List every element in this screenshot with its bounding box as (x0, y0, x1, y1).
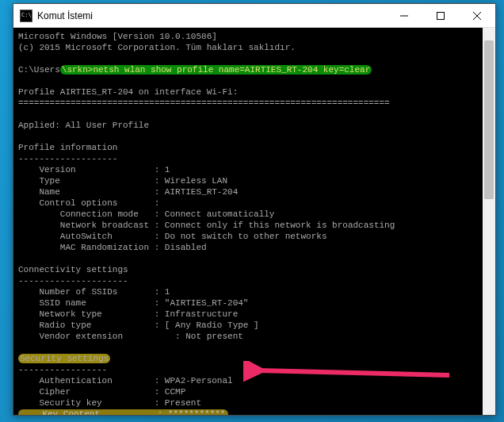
minimize-button[interactable] (386, 4, 422, 27)
profile-row: Type : Wireless LAN (18, 176, 227, 186)
profile-row: Network broadcast : Connect only if this… (18, 221, 395, 230)
os-version-line: Microsoft Windows [Version 10.0.10586] (18, 32, 217, 41)
copyright-line: (c) 2015 Microsoft Corporation. Tüm hakl… (18, 43, 296, 52)
conn-row: Network type : Infrastructure (18, 309, 238, 319)
profile-header: Profile AIRTIES_RT-204 on interface Wi-F… (18, 87, 238, 97)
key-content-row: Key Content : *********** (18, 409, 228, 415)
sec-row: Authentication : WPA2-Personal (18, 376, 233, 386)
profile-row: Version : 1 (18, 165, 170, 175)
section-profile-title: Profile information (18, 143, 117, 152)
profile-row: Name : AIRTIES_RT-204 (18, 187, 238, 197)
section-security-title: Security settings (18, 354, 110, 363)
maximize-button[interactable] (422, 4, 459, 27)
window-controls (386, 4, 495, 27)
window-title: Komut İstemi (37, 10, 93, 21)
conn-row: Radio type : [ Any Radio Type ] (18, 320, 259, 330)
svg-line-4 (258, 370, 449, 375)
cmd-icon (20, 10, 32, 22)
close-button[interactable] (459, 4, 495, 27)
conn-row: Vendor extension : Not present (18, 332, 243, 341)
annotation-arrow-icon (243, 361, 457, 385)
command-highlighted: \srkn>netsh wlan show profile name=AIRTI… (60, 65, 372, 75)
section-profile-dash: ------------------- (18, 154, 117, 163)
applied-line: Applied: All User Profile (18, 121, 149, 130)
console-output[interactable]: Microsoft Windows [Version 10.0.10586] (… (13, 28, 495, 415)
conn-row: SSID name : "AIRTIES_RT-204" (18, 298, 248, 308)
profile-row: MAC Randomization : Disabled (18, 243, 207, 252)
scrollbar-thumb[interactable] (484, 40, 494, 199)
profile-row: Connection mode : Connect automatically (18, 209, 274, 219)
titlebar[interactable]: Komut İstemi (13, 4, 495, 28)
sec-row: Cipher : CCMP (18, 387, 185, 397)
section-conn-title: Connectivity settings (18, 265, 128, 274)
section-conn-dash: --------------------- (18, 276, 128, 286)
sec-row: Security key : Present (18, 398, 201, 408)
svg-rect-1 (437, 12, 445, 19)
profile-row: AutoSwitch : Do not switch to other netw… (18, 232, 326, 241)
conn-row: Number of SSIDs : 1 (18, 287, 170, 297)
divider: ========================================… (18, 98, 390, 108)
scrollbar[interactable] (483, 28, 495, 415)
command-prompt-window: Komut İstemi Microsoft Windows [Version … (13, 3, 496, 416)
prompt-prefix: C:\Users (18, 65, 60, 75)
profile-row: Control options : (18, 198, 159, 208)
section-security-dash: ----------------- (18, 365, 107, 374)
